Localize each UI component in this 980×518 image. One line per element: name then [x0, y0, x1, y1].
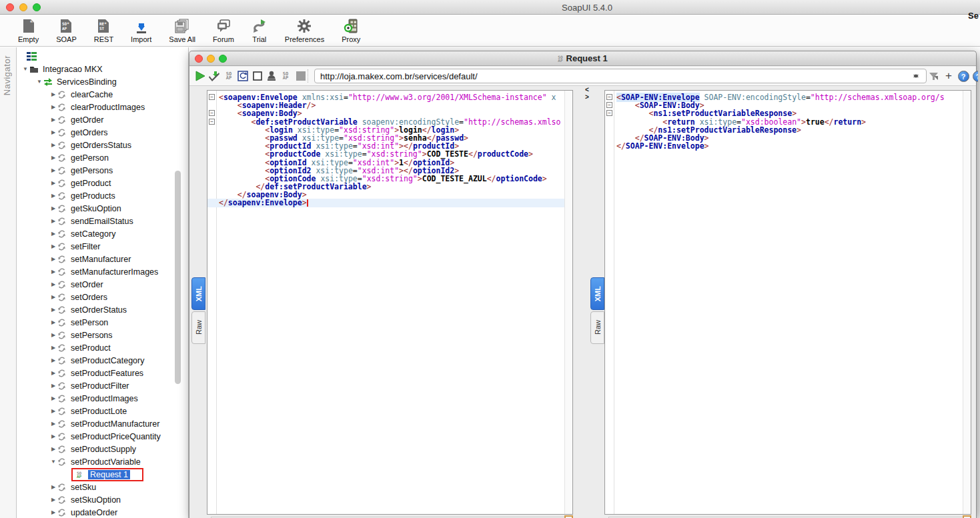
- soap-headers-icon[interactable]: SOAP: [280, 70, 292, 82]
- response-tab-raw[interactable]: Raw: [590, 311, 604, 344]
- tree-item-setskuoption[interactable]: ▶setSkuOption: [17, 493, 189, 506]
- tree-item-getskuoption[interactable]: ▶getSkuOption: [17, 202, 189, 215]
- collapsed-arrow-icon[interactable]: ▶: [49, 446, 57, 452]
- zoom-button[interactable]: [33, 3, 41, 11]
- tree-item-getproduct[interactable]: ▶getProduct: [17, 177, 189, 189]
- add-icon[interactable]: +: [943, 70, 954, 82]
- navigator-scrollbar[interactable]: [175, 171, 181, 384]
- fold-collapse-icon[interactable]: −: [606, 94, 612, 100]
- collapsed-arrow-icon[interactable]: ▶: [49, 129, 57, 135]
- tree-item-getperson[interactable]: ▶getPerson: [17, 151, 189, 164]
- tree-item-setproductsupply[interactable]: ▶setProductSupply: [17, 443, 189, 455]
- collapsed-arrow-icon[interactable]: ▶: [49, 281, 57, 287]
- collapsed-arrow-icon[interactable]: ▶: [49, 231, 57, 237]
- collapsed-arrow-icon[interactable]: ▶: [49, 167, 57, 173]
- tree-item-updateorder[interactable]: ▶updateOrder: [17, 506, 189, 518]
- toolbar-button-save-all[interactable]: Save All: [160, 17, 204, 43]
- collapsed-arrow-icon[interactable]: ▶: [49, 345, 57, 351]
- run-icon[interactable]: [194, 70, 206, 82]
- collapsed-arrow-icon[interactable]: ▶: [49, 395, 57, 401]
- tree-item-setperson[interactable]: ▶setPerson: [17, 316, 189, 329]
- response-editor-vscrollbar[interactable]: [963, 91, 971, 514]
- toolbar-button-rest[interactable]: RE*STREST: [85, 17, 122, 43]
- collapsed-arrow-icon[interactable]: ▶: [49, 509, 57, 515]
- collapsed-arrow-icon[interactable]: ▶: [49, 243, 57, 249]
- collapsed-arrow-icon[interactable]: ▶: [49, 193, 57, 199]
- request-window-titlebar[interactable]: SOAPRequest 1: [189, 51, 976, 66]
- expanded-arrow-icon[interactable]: ▼: [49, 459, 57, 465]
- tree-item-clearproductimages[interactable]: ▶clearProductImages: [17, 101, 189, 113]
- fold-collapse-icon[interactable]: −: [606, 102, 612, 108]
- request-xml-editor[interactable]: −−− <soapenv:Envelope xmlns:xsi="http://…: [207, 90, 573, 515]
- expanded-arrow-icon[interactable]: ▼: [35, 79, 43, 85]
- auth-icon[interactable]: [266, 70, 278, 82]
- collapsed-arrow-icon[interactable]: ▶: [49, 421, 57, 427]
- tree-item-setproductimages[interactable]: ▶setProductImages: [17, 392, 189, 405]
- collapsed-arrow-icon[interactable]: ▶: [49, 370, 57, 376]
- tree-item-request-1[interactable]: SOAPRequest 1: [17, 468, 189, 481]
- tree-item-setcategory[interactable]: ▶setCategory: [17, 227, 189, 240]
- response-editor-corner[interactable]: [963, 515, 971, 518]
- tree-item-setproductfeatures[interactable]: ▶setProductFeatures: [17, 367, 189, 379]
- toolbar-button-proxy[interactable]: Proxy: [333, 17, 369, 43]
- collapsed-arrow-icon[interactable]: ▶: [49, 104, 57, 110]
- tree-item-setproductvariable[interactable]: ▼setProductVariable: [17, 455, 189, 468]
- collapsed-arrow-icon[interactable]: ▶: [49, 91, 57, 97]
- response-xml-editor[interactable]: −−− <SOAP-ENV:Envelope SOAP-ENV:encoding…: [604, 90, 971, 515]
- help-icon[interactable]: ?: [957, 70, 969, 82]
- tree-item-getordersstatus[interactable]: ▶getOrdersStatus: [17, 139, 189, 151]
- tree-item-setmanufacturer[interactable]: ▶setManufacturer: [17, 253, 189, 265]
- tree-item-setpersons[interactable]: ▶setPersons: [17, 329, 189, 341]
- tree-item-getpersons[interactable]: ▶getPersons: [17, 164, 189, 177]
- toolbar-button-preferences[interactable]: Preferences: [276, 17, 333, 43]
- collapsed-arrow-icon[interactable]: ▶: [49, 319, 57, 325]
- navigator-strip[interactable]: Navigator: [0, 47, 17, 518]
- tree-item-sendemailstatus[interactable]: ▶sendEmailStatus: [17, 215, 189, 227]
- toolbar-button-import[interactable]: Import: [122, 17, 160, 43]
- collapsed-arrow-icon[interactable]: ▶: [49, 497, 57, 503]
- tree-item-setproductcategory[interactable]: ▶setProductCategory: [17, 354, 189, 367]
- toolbar-button-soap[interactable]: SO*APSOAP: [47, 17, 85, 43]
- tree-item-setproductfilter[interactable]: ▶setProductFilter: [17, 379, 189, 392]
- submit-check-icon[interactable]: [208, 70, 220, 82]
- toolbar-button-forum[interactable]: Forum: [204, 17, 243, 43]
- tree-item-integracao-mkx[interactable]: ▼Integracao MKX: [17, 63, 189, 75]
- collapsed-arrow-icon[interactable]: ▶: [49, 408, 57, 414]
- tree-item-setorderstatus[interactable]: ▶setOrderStatus: [17, 303, 189, 316]
- fold-collapse-icon[interactable]: −: [209, 110, 215, 116]
- close-button[interactable]: [6, 3, 14, 11]
- collapsed-arrow-icon[interactable]: ▶: [49, 332, 57, 338]
- toolbar-button-trial[interactable]: Trial: [243, 17, 276, 43]
- tree-item-setfilter[interactable]: ▶setFilter: [17, 240, 189, 253]
- tree-item-getproducts[interactable]: ▶getProducts: [17, 189, 189, 202]
- collapsed-arrow-icon[interactable]: ▶: [49, 142, 57, 148]
- request-tab-xml[interactable]: XML: [191, 277, 205, 310]
- tree-item-clearcache[interactable]: ▶clearCache: [17, 88, 189, 101]
- recreate-request-icon[interactable]: [237, 70, 249, 82]
- collapsed-arrow-icon[interactable]: ▶: [49, 294, 57, 300]
- tree-options-icon[interactable]: [26, 51, 37, 61]
- collapsed-arrow-icon[interactable]: ▶: [49, 256, 57, 262]
- collapsed-arrow-icon[interactable]: ▶: [49, 433, 57, 439]
- tree-item-setorder[interactable]: ▶setOrder: [17, 278, 189, 291]
- collapsed-arrow-icon[interactable]: ▶: [49, 218, 57, 224]
- collapsed-arrow-icon[interactable]: ▶: [49, 383, 57, 389]
- collapsed-arrow-icon[interactable]: ▶: [49, 307, 57, 313]
- fold-collapse-icon[interactable]: −: [209, 119, 215, 125]
- clear-panel-icon[interactable]: [252, 70, 264, 82]
- fold-collapse-icon[interactable]: −: [209, 94, 215, 100]
- attachment-square-icon[interactable]: [295, 70, 307, 82]
- expanded-arrow-icon[interactable]: ▼: [21, 66, 29, 72]
- collapsed-arrow-icon[interactable]: ▶: [49, 269, 57, 275]
- request-editor-corner[interactable]: [564, 515, 573, 518]
- minimize-button[interactable]: [19, 3, 27, 11]
- tree-item-setproductmanufacturer[interactable]: ▶setProductManufacturer: [17, 417, 189, 430]
- pane-collapse-icons[interactable]: <>: [582, 86, 592, 101]
- tree-item-getorder[interactable]: ▶getOrder: [17, 113, 189, 126]
- request-editor-vscrollbar[interactable]: [564, 91, 572, 514]
- collapsed-arrow-icon[interactable]: ▶: [49, 180, 57, 186]
- collapsed-arrow-icon[interactable]: ▶: [49, 357, 57, 363]
- collapsed-arrow-icon[interactable]: ▶: [49, 484, 57, 490]
- tree-item-setproductlote[interactable]: ▶setProductLote: [17, 405, 189, 417]
- tree-item-setproduct[interactable]: ▶setProduct: [17, 341, 189, 354]
